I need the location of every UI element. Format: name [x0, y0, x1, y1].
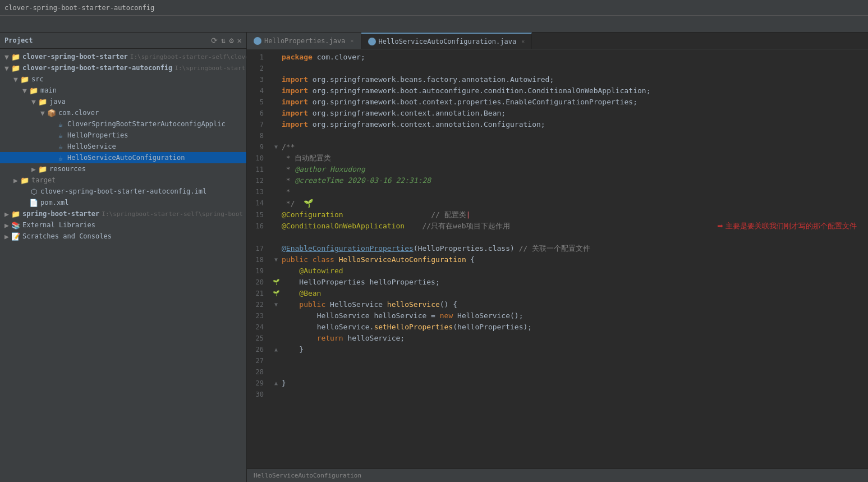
tree-label: main — [40, 86, 57, 94]
tree-arrow: ▼ — [2, 64, 11, 72]
line-content: import org.springframework.context.annot… — [282, 108, 868, 119]
line-content — [282, 63, 868, 74]
tree-item-java[interactable]: ▼ 📁 java — [0, 96, 246, 107]
code-line-11: 11 * @author Huxudong — [247, 164, 868, 175]
line-content: import org.springframework.boot.context.… — [282, 97, 868, 108]
code-line-6: 6 import org.springframework.context.ann… — [247, 108, 868, 119]
line-number: 18 — [247, 254, 270, 265]
gear-icon[interactable]: ⚙ — [229, 36, 233, 45]
line-gutter: ▼ — [270, 141, 282, 153]
scratches-icon: 📝 — [11, 232, 20, 241]
code-line-21: 21 🌱 @Bean — [247, 288, 868, 299]
line-content: * 自动配置类 — [282, 153, 868, 164]
code-line-17: 17 @EnableConfigurationProperties(HelloP… — [247, 243, 868, 254]
tree-item-scratches[interactable]: ▶ 📝 Scratches and Consoles — [0, 231, 246, 242]
code-line-20: 20 🌱 HelloProperties helloProperties; — [247, 277, 868, 288]
fold-marker[interactable]: ▲ — [274, 344, 278, 355]
line-content: @Autowired — [282, 265, 868, 277]
code-line-19: 19 @Autowired — [247, 265, 868, 277]
code-line-26: 26 ▲ } — [247, 344, 868, 355]
tree-item-iml[interactable]: ▶ ⬡ clover-spring-boot-starter-autoconfi… — [0, 186, 246, 197]
tree-item-target[interactable]: ▶ 📁 target — [0, 175, 246, 186]
line-content: package com.clover; — [282, 52, 868, 63]
tree-item-spring-boot-starter[interactable]: ▶ 📁 spring-boot-starter I:\springboot-st… — [0, 208, 246, 219]
tree-item-hello-properties[interactable]: ▶ ☕ HelloProperties — [0, 130, 246, 141]
tree-arrow: ▼ — [20, 86, 29, 95]
tree-label: spring-boot-starter — [22, 210, 99, 218]
tab-hello-properties[interactable]: HelloProperties.java ✕ — [247, 33, 361, 49]
line-content: public HelloService helloService() { — [282, 299, 868, 310]
line-number: 10 — [247, 153, 270, 164]
code-line-27: 27 — [247, 355, 868, 366]
code-line-24: 24 helloService.setHelloProperties(hello… — [247, 322, 868, 333]
line-number: 8 — [247, 130, 270, 141]
code-line-18: 18 ▼ public class HelloServiceAutoConfig… — [247, 254, 868, 265]
bean-icon: 🌱 — [273, 277, 279, 288]
fold-marker[interactable]: ▼ — [274, 254, 278, 265]
tree-item-hello-service[interactable]: ▶ ☕ HelloService — [0, 141, 246, 152]
collapse-icon[interactable]: ⇅ — [221, 36, 226, 45]
line-content: @Bean — [282, 288, 868, 299]
code-line-14: 14 */ 🌱 — [247, 198, 868, 209]
line-content: @EnableConfigurationProperties(HelloProp… — [282, 243, 868, 254]
tree-label: clover-spring-boot-starter-autoconfig — [22, 64, 172, 72]
tree-item-src[interactable]: ▼ 📁 src — [0, 74, 246, 85]
tab-close-icon[interactable]: ✕ — [521, 38, 525, 44]
line-number: 11 — [247, 164, 270, 175]
line-content: } — [282, 344, 868, 355]
tree-item-clover-spring-boot-starter[interactable]: ▼ 📁 clover-spring-boot-starter I:\spring… — [0, 51, 246, 62]
line-number: 7 — [247, 119, 270, 130]
fold-marker[interactable]: ▲ — [274, 378, 278, 389]
tab-label: HelloServiceAutoConfiguration.java — [379, 38, 517, 45]
tab-hello-service-auto-config[interactable]: HelloServiceAutoConfiguration.java ✕ — [361, 33, 532, 49]
sidebar-icons: ⟳ ⇅ ⚙ ✕ — [211, 36, 242, 45]
fold-marker[interactable]: ▼ — [274, 141, 278, 153]
tree-item-com-clover[interactable]: ▼ 📦 com.clover — [0, 107, 246, 118]
hide-icon[interactable]: ✕ — [237, 36, 242, 45]
code-line-1: 1 package com.clover; — [247, 52, 868, 63]
tree-item-resources[interactable]: ▶ 📁 resources — [0, 163, 246, 175]
tree-arrow: ▼ — [38, 109, 47, 117]
tab-close-icon[interactable]: ✕ — [351, 38, 354, 44]
sidebar-header: Project ⟳ ⇅ ⚙ ✕ — [0, 33, 246, 49]
tree-label: CloverSpringBootStarterAutoconfigApplic — [67, 120, 226, 128]
tree-arrow: ▼ — [11, 75, 20, 84]
title-bar: clover-spring-boot-starter-autoconfig — [0, 0, 868, 16]
project-icon: 📁 — [11, 209, 20, 218]
line-content: * @createTime 2020-03-16 22:31:28 — [282, 175, 868, 186]
tree-arrow: ▶ — [11, 176, 20, 185]
line-content: @Configuration // 配置类| — [282, 209, 868, 221]
code-line-22: 22 ▼ public HelloService helloService() … — [247, 299, 868, 310]
sync-icon[interactable]: ⟳ — [211, 36, 218, 45]
tree-label: target — [31, 176, 56, 184]
tree-item-pom[interactable]: ▶ 📄 pom.xml — [0, 197, 246, 208]
line-number: 20 — [247, 277, 270, 288]
tree-label: HelloProperties — [67, 131, 128, 139]
tree-item-ext-libraries[interactable]: ▶ 📚 External Libraries — [0, 219, 246, 231]
line-number: 30 — [247, 389, 270, 400]
line-gutter: ▲ — [270, 344, 282, 355]
tree-item-hello-service-auto-config[interactable]: ▶ ☕ HelloServiceAutoConfiguration — [0, 152, 246, 163]
line-number: 14 — [247, 198, 270, 209]
fold-marker[interactable]: ▼ — [274, 299, 278, 310]
code-line-5: 5 import org.springframework.boot.contex… — [247, 97, 868, 108]
java-folder-icon: 📁 — [38, 97, 47, 106]
tree-item-clover-app[interactable]: ▶ ☕ CloverSpringBootStarterAutoconfigApp… — [0, 118, 246, 130]
line-number: 25 — [247, 333, 270, 344]
tree-item-autoconfig[interactable]: ▼ 📁 clover-spring-boot-starter-autoconfi… — [0, 62, 246, 74]
code-line-3: 3 import org.springframework.beans.facto… — [247, 74, 868, 85]
tree-arrow: ▼ — [29, 98, 38, 106]
code-content[interactable]: 1 package com.clover; 2 3 import org.spr… — [247, 49, 868, 469]
tree-item-main[interactable]: ▼ 📁 main — [0, 85, 246, 96]
tree-arrow: ▶ — [29, 165, 38, 173]
tree-label: HelloServiceAutoConfiguration — [67, 154, 185, 162]
sidebar-title: Project — [4, 36, 33, 44]
tree-arrow: ▶ — [2, 221, 11, 229]
line-number: 22 — [247, 299, 270, 310]
project-icon: 📁 — [11, 63, 20, 72]
line-number: 6 — [247, 108, 270, 119]
line-content: * @author Huxudong — [282, 164, 868, 175]
tree-label: resources — [49, 165, 86, 173]
tab-icon — [254, 37, 261, 45]
line-content: public class HelloServiceAutoConfigurati… — [282, 254, 868, 265]
